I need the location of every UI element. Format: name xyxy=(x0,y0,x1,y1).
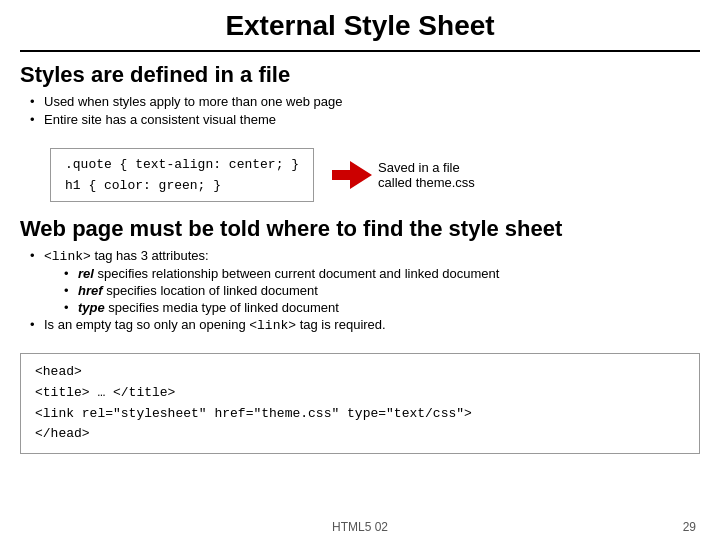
page: External Style Sheet Styles are defined … xyxy=(0,0,720,540)
code-block-line: <title> … </title> xyxy=(35,383,685,404)
svg-marker-0 xyxy=(332,161,372,189)
code-line-1: .quote { text-align: center; } xyxy=(65,157,299,172)
code-block-line: </head> xyxy=(35,424,685,445)
footer-page: 29 xyxy=(683,520,696,534)
code-box-1: .quote { text-align: center; } h1 { colo… xyxy=(50,148,314,202)
list-item-empty-tag: Is an empty tag so only an opening <link… xyxy=(30,317,700,333)
code-line-2: h1 { color: green; } xyxy=(65,178,299,193)
code-block-line: <head> xyxy=(35,362,685,383)
code-block-2: <head> <title> … </title> <link rel="sty… xyxy=(20,353,700,454)
code-annotation-row: .quote { text-align: center; } h1 { colo… xyxy=(50,148,700,202)
section1-heading: Styles are defined in a file xyxy=(20,62,700,88)
annotation-line2: called theme.css xyxy=(378,175,475,190)
arrow-icon xyxy=(332,161,372,189)
link-tag-text: <link> tag has 3 attributes: xyxy=(44,248,209,263)
page-title: External Style Sheet xyxy=(20,10,700,52)
sub-list-item: rel specifies relationship between curre… xyxy=(64,266,700,281)
sub-list-item: href specifies location of linked docume… xyxy=(64,283,700,298)
sub-list-item: type specifies media type of linked docu… xyxy=(64,300,700,315)
footer: HTML5 02 xyxy=(0,520,720,534)
list-item: Entire site has a consistent visual them… xyxy=(30,112,700,127)
arrow-annotation: Saved in a file called theme.css xyxy=(332,160,475,190)
section2-heading: Web page must be told where to find the … xyxy=(20,216,700,242)
list-item: Used when styles apply to more than one … xyxy=(30,94,700,109)
section1-bullets: Used when styles apply to more than one … xyxy=(20,94,700,130)
footer-center: HTML5 02 xyxy=(332,520,388,534)
annotation-text: Saved in a file called theme.css xyxy=(378,160,475,190)
section2-bullets: <link> tag has 3 attributes: rel specifi… xyxy=(20,248,700,335)
annotation-line1: Saved in a file xyxy=(378,160,475,175)
code-block-line: <link rel="stylesheet" href="theme.css" … xyxy=(35,404,685,425)
list-item-link: <link> tag has 3 attributes: rel specifi… xyxy=(30,248,700,315)
sub-bullets: rel specifies relationship between curre… xyxy=(44,266,700,315)
